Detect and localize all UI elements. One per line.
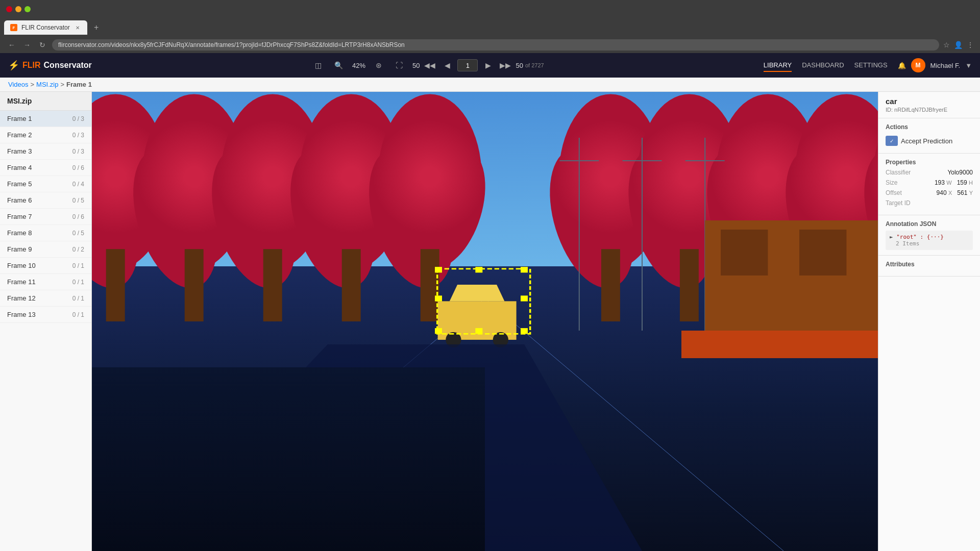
toolbar-center: ◫ 🔍 42% ⊛ ⛶ 50 ◀◀ ◀ ▶ ▶▶ 50 of 2727 bbox=[102, 58, 753, 72]
skip-to-end-button[interactable]: ▶▶ bbox=[498, 58, 512, 72]
url-input[interactable]: flirconservator.com/videos/nkx8y5frCJFdN… bbox=[52, 39, 939, 51]
skip-left-value: 50 bbox=[412, 62, 420, 69]
breadcrumb-zip[interactable]: MSI.zip bbox=[36, 81, 58, 88]
properties-section: Properties Classifier Yolo9000 Size 193 … bbox=[878, 154, 980, 215]
avatar: M bbox=[911, 58, 925, 72]
annotation-json-section: Annotation JSON ► "root" : {···} 2 Items bbox=[878, 215, 980, 256]
offset-label: Offset bbox=[886, 189, 902, 196]
menu-icon[interactable]: ⋮ bbox=[967, 41, 974, 49]
sidebar-item-count: 0 / 5 bbox=[72, 197, 84, 204]
browser-tab[interactable]: F FLIR Conservator ✕ bbox=[4, 20, 87, 35]
top-nav: ⚡ FLIR Conservator ◫ 🔍 42% ⊛ ⛶ 50 ◀◀ ◀ ▶… bbox=[0, 53, 980, 78]
sidebar-item-label: Frame 12 bbox=[7, 294, 36, 302]
classifier-row: Classifier Yolo9000 bbox=[886, 169, 973, 176]
breadcrumb-frame: Frame 1 bbox=[66, 81, 92, 88]
sidebar-item-count: 0 / 1 bbox=[72, 279, 84, 286]
sidebar-item-frame-7[interactable]: Frame 7 0 / 6 bbox=[0, 209, 91, 225]
tab-title: FLIR Conservator bbox=[21, 24, 70, 31]
breadcrumb-sep1: > bbox=[31, 81, 35, 88]
sidebar-item-label: Frame 2 bbox=[7, 131, 32, 139]
nav-library[interactable]: LIBRARY bbox=[764, 59, 792, 72]
window-controls bbox=[6, 6, 31, 12]
json-content: ► "root" : {···} 2 Items bbox=[886, 231, 973, 250]
breadcrumb: Videos > MSI.zip > Frame 1 bbox=[0, 78, 980, 92]
nav-settings[interactable]: SETTINGS bbox=[854, 59, 888, 72]
sidebar-item-label: Frame 11 bbox=[7, 278, 36, 286]
sidebar-item-count: 0 / 3 bbox=[72, 132, 84, 139]
nav-dashboard[interactable]: DASHBOARD bbox=[802, 59, 844, 72]
sidebar-item-frame-12[interactable]: Frame 12 0 / 1 bbox=[0, 290, 91, 307]
offset-row: Offset 940 X 561 Y bbox=[886, 189, 973, 196]
accept-prediction-button[interactable]: ✓ Accept Prediction bbox=[886, 134, 952, 148]
skip-to-start-button[interactable]: ◀◀ bbox=[423, 58, 437, 72]
reload-button[interactable]: ↻ bbox=[37, 39, 48, 51]
minimize-window-button[interactable] bbox=[15, 6, 21, 12]
frame-canvas bbox=[92, 92, 878, 551]
sidebar-item-frame-2[interactable]: Frame 2 0 / 3 bbox=[0, 127, 91, 143]
attributes-heading: Attributes bbox=[886, 261, 973, 268]
sidebar-item-frame-5[interactable]: Frame 5 0 / 4 bbox=[0, 176, 91, 192]
size-value: 193 W 159 H bbox=[935, 179, 973, 186]
sidebar-item-label: Frame 13 bbox=[7, 311, 36, 318]
frame-number-input[interactable] bbox=[457, 59, 478, 71]
sidebar-item-frame-9[interactable]: Frame 9 0 / 2 bbox=[0, 241, 91, 258]
sidebar: MSI.zip Frame 1 0 / 3 Frame 2 0 / 3 Fram… bbox=[0, 92, 92, 551]
tab-close-button[interactable]: ✕ bbox=[74, 24, 81, 31]
grid-view-button[interactable]: ◫ bbox=[311, 58, 326, 72]
sidebar-item-frame-1[interactable]: Frame 1 0 / 3 bbox=[0, 111, 91, 127]
offset-value: 940 X 561 Y bbox=[937, 189, 973, 196]
image-viewer[interactable] bbox=[92, 92, 878, 551]
sidebar-item-count: 0 / 3 bbox=[72, 148, 84, 155]
sidebar-item-count: 0 / 6 bbox=[72, 164, 84, 171]
zoom-fit-button[interactable]: ⊛ bbox=[372, 58, 386, 72]
logo: ⚡ FLIR Conservator bbox=[8, 60, 92, 71]
maximize-window-button[interactable] bbox=[24, 6, 31, 12]
logo-flir: FLIR bbox=[22, 61, 41, 70]
new-tab-button[interactable]: + bbox=[89, 20, 104, 35]
notification-icon[interactable]: 🔔 bbox=[898, 62, 906, 69]
sidebar-item-label: Frame 7 bbox=[7, 213, 32, 220]
forward-button[interactable]: → bbox=[21, 39, 33, 51]
target-id-row: Target ID bbox=[886, 199, 973, 207]
object-name: car bbox=[886, 97, 973, 106]
back-button[interactable]: ← bbox=[6, 39, 17, 51]
bookmark-icon[interactable]: ☆ bbox=[943, 41, 950, 49]
next-frame-button[interactable]: ▶ bbox=[481, 58, 495, 72]
sidebar-item-label: Frame 8 bbox=[7, 229, 32, 237]
sidebar-item-frame-4[interactable]: Frame 4 0 / 6 bbox=[0, 160, 91, 176]
sidebar-item-count: 0 / 6 bbox=[72, 213, 84, 220]
sidebar-item-frame-13[interactable]: Frame 13 0 / 1 bbox=[0, 307, 91, 323]
sidebar-item-label: Frame 9 bbox=[7, 245, 32, 253]
sidebar-item-frame-11[interactable]: Frame 11 0 / 1 bbox=[0, 274, 91, 290]
sidebar-item-frame-3[interactable]: Frame 3 0 / 3 bbox=[0, 143, 91, 160]
profile-icon[interactable]: 👤 bbox=[954, 41, 963, 49]
app-container: ⚡ FLIR Conservator ◫ 🔍 42% ⊛ ⛶ 50 ◀◀ ◀ ▶… bbox=[0, 53, 980, 551]
classifier-label: Classifier bbox=[886, 169, 911, 176]
json-expand-button[interactable]: ► "root" : {···} bbox=[890, 234, 969, 240]
breadcrumb-videos[interactable]: Videos bbox=[8, 81, 29, 88]
user-dropdown-icon[interactable]: ▼ bbox=[965, 62, 972, 69]
browser-titlebar bbox=[0, 0, 980, 18]
address-bar: ← → ↻ flirconservator.com/videos/nkx8y5f… bbox=[0, 37, 980, 53]
sidebar-item-frame-8[interactable]: Frame 8 0 / 5 bbox=[0, 225, 91, 241]
sidebar-item-count: 0 / 3 bbox=[72, 115, 84, 122]
sidebar-item-label: Frame 6 bbox=[7, 196, 32, 204]
prev-frame-button[interactable]: ◀ bbox=[440, 58, 454, 72]
accept-prediction-label: Accept Prediction bbox=[901, 137, 952, 145]
fullscreen-button[interactable]: ⛶ bbox=[392, 58, 406, 72]
logo-conservator: Conservator bbox=[44, 61, 92, 70]
sidebar-item-label: Frame 10 bbox=[7, 262, 36, 269]
object-id: ID: nRDifLqN7DJBfryerE bbox=[886, 107, 973, 113]
sidebar-title: MSI.zip bbox=[0, 92, 91, 111]
close-window-button[interactable] bbox=[6, 6, 12, 12]
json-items-count: 2 Items bbox=[890, 240, 969, 247]
size-row: Size 193 W 159 H bbox=[886, 179, 973, 186]
zoom-out-button[interactable]: 🔍 bbox=[332, 58, 346, 72]
logo-icon: ⚡ bbox=[8, 60, 19, 71]
tab-bar: F FLIR Conservator ✕ + bbox=[0, 18, 980, 37]
sidebar-item-frame-10[interactable]: Frame 10 0 / 1 bbox=[0, 258, 91, 274]
sidebar-item-count: 0 / 1 bbox=[72, 262, 84, 269]
sidebar-item-frame-6[interactable]: Frame 6 0 / 5 bbox=[0, 192, 91, 209]
frame-total: of 2727 bbox=[525, 62, 544, 68]
tab-favicon: F bbox=[10, 24, 17, 31]
